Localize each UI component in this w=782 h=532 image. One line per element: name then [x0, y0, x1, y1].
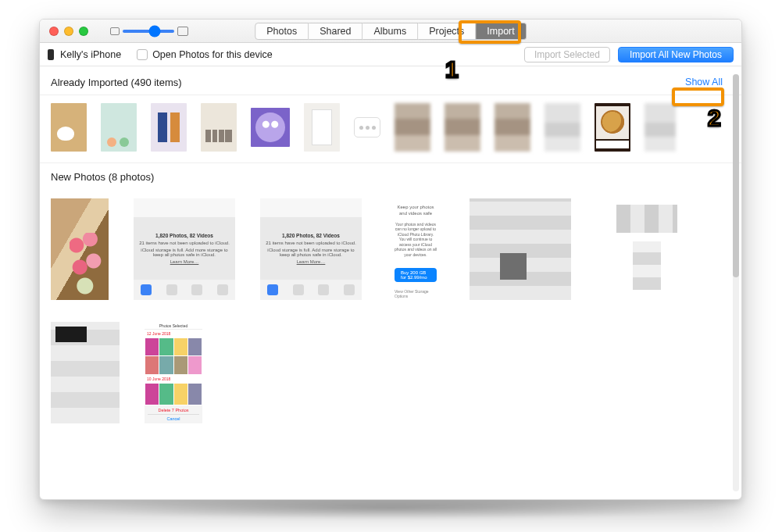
- new-photo-thumb-blurred[interactable]: [596, 198, 698, 300]
- show-all-button[interactable]: Show All: [677, 74, 730, 90]
- scrollbar-thumb[interactable]: [733, 74, 739, 277]
- zoom-thumbnails-icon: [110, 27, 120, 35]
- ios-card-line2: iCloud storage is full. Add more storage…: [138, 248, 230, 257]
- minimize-window-button[interactable]: [64, 27, 73, 36]
- top-tabs: Photos Shared Albums Projects Import: [255, 23, 527, 40]
- already-imported-section: Already Imported (490 items) Show All: [40, 66, 741, 163]
- photos-app-window: Photos Shared Albums Projects Import Kel…: [39, 19, 742, 500]
- imported-thumb-blurred[interactable]: [545, 103, 580, 152]
- new-photo-thumb[interactable]: Keep your photos and videos safe Your ph…: [387, 198, 445, 300]
- new-photo-thumb-blurred[interactable]: [51, 322, 120, 423]
- zoom-thumbnails-large-icon: [177, 27, 188, 36]
- checkbox-icon: [137, 49, 148, 60]
- new-photo-thumb-blurred[interactable]: [470, 198, 571, 300]
- tab-shared[interactable]: Shared: [309, 23, 362, 40]
- imported-thumb[interactable]: [151, 103, 187, 152]
- ios-card-line1: 21 items have not been uploaded to iClou…: [139, 241, 230, 245]
- fullscreen-window-button[interactable]: [79, 27, 88, 36]
- ios-card-title: 1,820 Photos, 82 Videos: [155, 233, 213, 238]
- imported-thumb[interactable]: [101, 103, 137, 152]
- ios-popup-headline: Keep your photos and videos safe: [395, 205, 437, 217]
- imported-thumb[interactable]: [201, 103, 237, 152]
- imported-thumb[interactable]: [595, 103, 630, 152]
- import-selected-button[interactable]: Import Selected: [524, 47, 610, 62]
- ios-card-learn-more: Learn More…: [170, 259, 199, 264]
- tab-import[interactable]: Import: [476, 23, 526, 40]
- imported-thumb-blurred[interactable]: [395, 103, 430, 152]
- new-photo-thumb[interactable]: [51, 198, 109, 300]
- photoapp-delete: Delete 7 Photos: [158, 408, 188, 412]
- ios-popup-body: Your photos and videos can no longer upl…: [395, 222, 437, 258]
- photoapp-cancel: Cancel: [148, 414, 199, 421]
- photoapp-date1: 12 June 2018: [145, 330, 202, 337]
- photoapp-date2: 10 June 2018: [145, 375, 202, 383]
- new-photo-thumb[interactable]: Photos Selected 12 June 2018 10 June 201…: [145, 322, 202, 423]
- ios-popup-cta: Buy 200 GB for $2.99/mo: [395, 268, 437, 282]
- new-photos-grid: 1,820 Photos, 82 Videos 21 items have no…: [40, 187, 741, 439]
- iphone-icon: [48, 49, 54, 60]
- imported-thumb[interactable]: [251, 108, 290, 147]
- open-photos-checkbox[interactable]: Open Photos for this device: [137, 49, 273, 60]
- close-window-button[interactable]: [49, 27, 59, 36]
- already-imported-row: [40, 95, 741, 163]
- imported-thumb[interactable]: [51, 103, 87, 152]
- thumbnail-zoom-slider[interactable]: [110, 27, 188, 36]
- open-photos-label: Open Photos for this device: [152, 49, 273, 60]
- new-photos-header: New Photos (8 photos): [51, 171, 154, 183]
- imported-thumb-blurred[interactable]: [495, 103, 530, 152]
- new-photo-thumb[interactable]: 1,820 Photos, 82 Videos 21 items have no…: [260, 198, 362, 300]
- tab-albums[interactable]: Albums: [362, 23, 418, 40]
- new-photo-thumb[interactable]: 1,820 Photos, 82 Videos 21 items have no…: [134, 198, 235, 300]
- photoapp-title: Photos Selected: [145, 322, 202, 330]
- imported-thumb-blurred[interactable]: [445, 103, 480, 152]
- import-subbar: Kelly's iPhone Open Photos for this devi…: [40, 43, 741, 66]
- new-photos-section: New Photos (8 photos) 1,820 Photos, 82 V…: [40, 163, 741, 499]
- imported-thumb-blurred[interactable]: [645, 103, 676, 152]
- tab-photos[interactable]: Photos: [255, 23, 309, 40]
- already-imported-header: Already Imported (490 items): [51, 77, 182, 88]
- tab-projects[interactable]: Projects: [418, 23, 476, 40]
- window-titlebar: Photos Shared Albums Projects Import: [40, 20, 741, 43]
- vertical-scrollbar[interactable]: [733, 74, 739, 491]
- more-thumbs-button[interactable]: [354, 117, 380, 137]
- window-controls: [49, 27, 88, 36]
- imported-thumb[interactable]: [304, 103, 340, 152]
- device-name: Kelly's iPhone: [60, 49, 121, 60]
- zoom-slider[interactable]: [123, 30, 174, 33]
- import-all-new-button[interactable]: Import All New Photos: [618, 47, 734, 62]
- ios-popup-alt: View Other Storage Options: [395, 289, 437, 298]
